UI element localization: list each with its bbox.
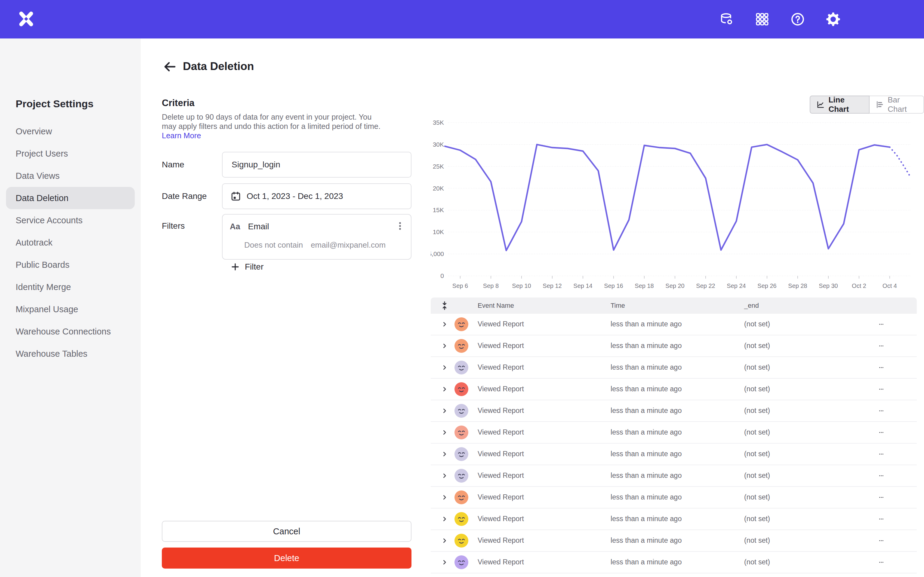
end-cell: (not set) bbox=[744, 450, 770, 458]
date-range-input[interactable]: Oct 1, 2023 - Dec 1, 2023 bbox=[222, 183, 412, 209]
sidebar-item-overview[interactable]: Overview bbox=[6, 120, 135, 142]
column-header-end[interactable]: _end bbox=[744, 302, 759, 309]
row-expand-chevron-icon[interactable] bbox=[441, 537, 449, 545]
row-expand-chevron-icon[interactable] bbox=[441, 385, 449, 393]
app-root: Project Settings OverviewProject UsersDa… bbox=[0, 0, 924, 577]
date-range-value: Oct 1, 2023 - Dec 1, 2023 bbox=[247, 192, 343, 201]
delete-button[interactable]: Delete bbox=[162, 548, 412, 569]
sidebar-item-autotrack[interactable]: Autotrack bbox=[6, 231, 135, 254]
sidebar-title: Project Settings bbox=[16, 98, 94, 110]
row-expand-chevron-icon[interactable] bbox=[441, 515, 449, 523]
table-row[interactable]: Viewed Reportless than a minute ago(not … bbox=[431, 422, 917, 443]
event-name-cell: Viewed Report bbox=[478, 428, 524, 436]
table-row[interactable]: Viewed Reportless than a minute ago(not … bbox=[431, 443, 917, 465]
mixpanel-logo-icon[interactable] bbox=[18, 10, 35, 27]
settings-gear-icon[interactable] bbox=[826, 12, 840, 26]
row-actions-ellipsis-icon[interactable] bbox=[875, 430, 888, 435]
row-expand-chevron-icon[interactable] bbox=[441, 429, 449, 436]
table-row[interactable]: Viewed Reportless than a minute ago(not … bbox=[431, 465, 917, 487]
user-avatar bbox=[454, 339, 468, 353]
line-chart-toggle-button[interactable]: Line Chart bbox=[810, 95, 869, 114]
add-filter-button[interactable]: Filter bbox=[230, 262, 263, 272]
table-row[interactable]: Viewed Reportless than a minute ago(not … bbox=[431, 574, 917, 577]
row-actions-ellipsis-icon[interactable] bbox=[875, 322, 888, 327]
row-expand-chevron-icon[interactable] bbox=[441, 493, 449, 501]
row-actions-ellipsis-icon[interactable] bbox=[875, 365, 888, 370]
projection-dotted-line bbox=[890, 147, 911, 177]
column-header-time[interactable]: Time bbox=[611, 302, 625, 309]
time-cell: less than a minute ago bbox=[611, 537, 682, 545]
row-expand-chevron-icon[interactable] bbox=[441, 450, 449, 458]
time-cell: less than a minute ago bbox=[611, 320, 682, 328]
table-row[interactable]: Viewed Reportless than a minute ago(not … bbox=[431, 487, 917, 508]
cancel-button[interactable]: Cancel bbox=[162, 521, 412, 542]
row-expand-chevron-icon[interactable] bbox=[441, 342, 449, 350]
sidebar-item-warehouse-tables[interactable]: Warehouse Tables bbox=[6, 343, 135, 365]
end-cell: (not set) bbox=[744, 385, 770, 393]
row-expand-chevron-icon[interactable] bbox=[441, 320, 449, 328]
table-row[interactable]: Viewed Reportless than a minute ago(not … bbox=[431, 379, 917, 400]
sidebar-items: OverviewProject UsersData ViewsData Dele… bbox=[6, 120, 135, 365]
row-actions-ellipsis-icon[interactable] bbox=[875, 451, 888, 457]
sidebar-item-public-boards[interactable]: Public Boards bbox=[6, 254, 135, 276]
back-arrow-button[interactable] bbox=[162, 60, 177, 74]
sidebar-item-data-deletion[interactable]: Data Deletion bbox=[6, 187, 135, 209]
y-axis-tick-label: 5,000 bbox=[431, 250, 444, 257]
sidebar-item-project-users[interactable]: Project Users bbox=[6, 142, 135, 165]
row-actions-ellipsis-icon[interactable] bbox=[875, 538, 888, 543]
table-row[interactable]: Viewed Reportless than a minute ago(not … bbox=[431, 552, 917, 574]
x-axis-tick-label: Sep 24 bbox=[727, 282, 746, 289]
text-type-icon: Aa bbox=[230, 222, 240, 231]
table-row[interactable]: Viewed Reportless than a minute ago(not … bbox=[431, 357, 917, 379]
event-name-cell: Viewed Report bbox=[478, 472, 524, 480]
row-actions-ellipsis-icon[interactable] bbox=[875, 343, 888, 349]
row-actions-ellipsis-icon[interactable] bbox=[875, 387, 888, 392]
row-expand-chevron-icon[interactable] bbox=[441, 407, 449, 415]
name-input[interactable]: Signup_login bbox=[222, 152, 412, 177]
row-expand-chevron-icon[interactable] bbox=[441, 558, 449, 566]
row-actions-ellipsis-icon[interactable] bbox=[875, 516, 888, 522]
learn-more-link[interactable]: Learn More bbox=[162, 131, 201, 140]
filter-value[interactable]: email@mixpanel.com bbox=[311, 240, 386, 250]
filter-card[interactable]: Aa Email Does not contain email@mixpanel… bbox=[222, 214, 412, 259]
sidebar-item-identity-merge[interactable]: Identity Merge bbox=[6, 276, 135, 298]
collapse-rows-icon[interactable] bbox=[439, 300, 450, 311]
top-navigation-bar bbox=[0, 0, 924, 39]
row-actions-ellipsis-icon[interactable] bbox=[875, 473, 888, 479]
table-row[interactable]: Viewed Reportless than a minute ago(not … bbox=[431, 508, 917, 530]
row-expand-chevron-icon[interactable] bbox=[441, 472, 449, 480]
table-row[interactable]: Viewed Reportless than a minute ago(not … bbox=[431, 335, 917, 357]
column-header-event-name[interactable]: Event Name bbox=[478, 302, 514, 309]
topbar-icon-group bbox=[719, 0, 840, 39]
user-avatar bbox=[454, 469, 468, 483]
help-icon[interactable] bbox=[790, 12, 805, 26]
row-actions-ellipsis-icon[interactable] bbox=[875, 408, 888, 414]
apps-grid-icon[interactable] bbox=[755, 12, 769, 26]
time-cell: less than a minute ago bbox=[611, 342, 682, 350]
end-cell: (not set) bbox=[744, 558, 770, 566]
sidebar-item-warehouse-connections[interactable]: Warehouse Connections bbox=[6, 320, 135, 343]
x-axis-tick-label: Sep 6 bbox=[452, 282, 468, 289]
table-row[interactable]: Viewed Reportless than a minute ago(not … bbox=[431, 530, 917, 552]
row-actions-ellipsis-icon[interactable] bbox=[875, 495, 888, 500]
bar-chart-icon bbox=[876, 100, 884, 110]
sidebar-item-data-views[interactable]: Data Views bbox=[6, 165, 135, 187]
filters-label: Filters bbox=[162, 221, 185, 231]
bar-chart-toggle-button[interactable]: Bar Chart bbox=[869, 95, 924, 114]
data-management-icon[interactable] bbox=[719, 12, 734, 26]
end-cell: (not set) bbox=[744, 537, 770, 545]
date-range-label: Date Range bbox=[162, 192, 207, 201]
end-cell: (not set) bbox=[744, 472, 770, 480]
x-axis-tick-label: Sep 10 bbox=[512, 282, 531, 289]
filter-operator[interactable]: Does not contain bbox=[244, 240, 303, 250]
row-actions-ellipsis-icon[interactable] bbox=[875, 559, 888, 565]
table-row[interactable]: Viewed Reportless than a minute ago(not … bbox=[431, 314, 917, 335]
event-name-cell: Viewed Report bbox=[478, 385, 524, 393]
plus-icon bbox=[230, 262, 240, 272]
sidebar-item-mixpanel-usage[interactable]: Mixpanel Usage bbox=[6, 298, 135, 320]
row-expand-chevron-icon[interactable] bbox=[441, 364, 449, 371]
time-cell: less than a minute ago bbox=[611, 558, 682, 566]
table-row[interactable]: Viewed Reportless than a minute ago(not … bbox=[431, 400, 917, 422]
filter-kebab-menu-icon[interactable] bbox=[395, 221, 405, 231]
sidebar-item-service-accounts[interactable]: Service Accounts bbox=[6, 209, 135, 231]
